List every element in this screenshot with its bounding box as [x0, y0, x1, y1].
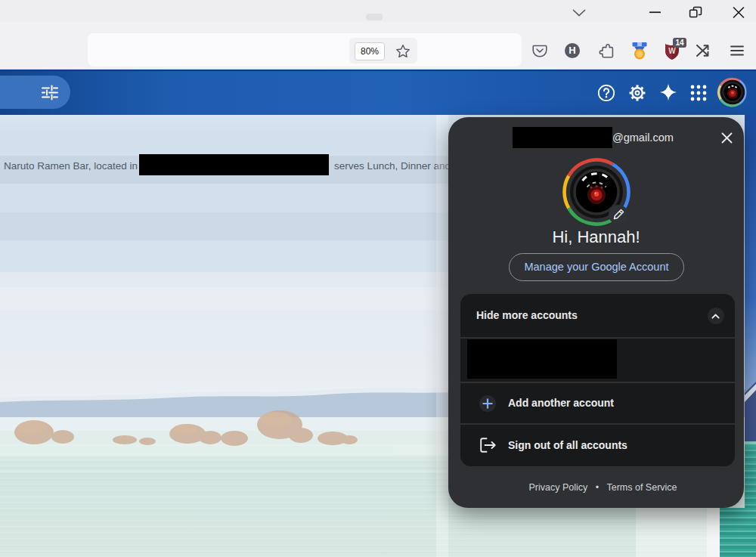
svg-text:14: 14	[675, 39, 684, 47]
svg-text:W: W	[668, 47, 676, 55]
